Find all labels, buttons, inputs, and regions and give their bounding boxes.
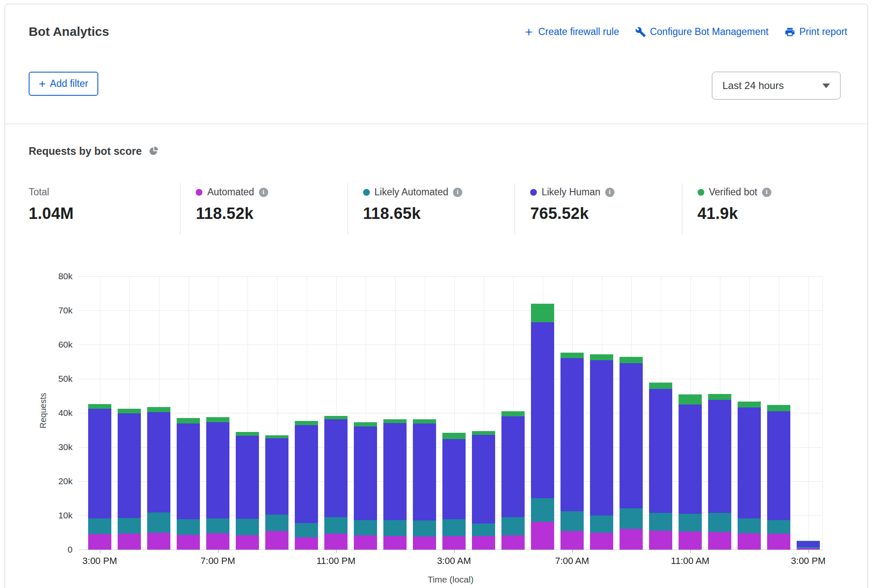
bar-11-00-am[interactable]: [679, 394, 702, 550]
segment-likely-human: [118, 413, 141, 518]
add-filter-button[interactable]: + Add filter: [29, 72, 98, 96]
segment-likely-automated: [177, 519, 200, 535]
bar-6-00-am[interactable]: [531, 304, 554, 550]
time-range-select[interactable]: Last 24 hours: [712, 72, 841, 100]
action-link-print-report[interactable]: Print report: [784, 26, 847, 38]
stat-value: 765.52k: [530, 205, 682, 223]
bar-6-00-pm[interactable]: [177, 418, 200, 550]
action-link-configure-bot-management[interactable]: Configure Bot Management: [635, 26, 768, 38]
bar-5-00-pm[interactable]: [147, 407, 170, 550]
stat-value: 118.52k: [196, 205, 347, 223]
segment-automated: [679, 531, 702, 550]
segment-verified-bot: [206, 417, 229, 422]
stat-label-row: Automatedi: [196, 186, 347, 198]
bar-7-00-am[interactable]: [560, 353, 584, 550]
segment-likely-automated: [354, 520, 377, 535]
bar-10-00-am[interactable]: [649, 383, 672, 550]
segment-automated: [767, 534, 790, 550]
segment-likely-human: [560, 358, 584, 511]
legend-dot: [363, 189, 370, 196]
y-tick-label: 0: [22, 545, 73, 555]
bar-1-00-pm[interactable]: [738, 402, 761, 550]
bar-8-00-am[interactable]: [590, 354, 613, 550]
header-divider: [5, 124, 868, 124]
segment-automated: [206, 533, 229, 550]
segment-likely-human: [531, 322, 554, 498]
bar-4-00-pm[interactable]: [118, 409, 141, 550]
segment-verified-bot: [767, 405, 790, 411]
segment-likely-human: [354, 426, 377, 520]
segment-likely-automated: [620, 508, 643, 529]
bar-12-00-pm[interactable]: [708, 394, 731, 550]
segment-automated: [472, 536, 495, 550]
bar-11-00-pm[interactable]: [324, 416, 348, 550]
segment-likely-automated: [236, 519, 259, 535]
segment-verified-bot: [324, 416, 348, 420]
segment-automated: [590, 533, 613, 550]
plus-icon: [523, 27, 534, 38]
bar-12-00-am[interactable]: [354, 422, 377, 550]
page-title: Bot Analytics: [29, 24, 109, 39]
bar-2-00-pm[interactable]: [767, 405, 790, 550]
y-tick-label: 60k: [22, 340, 73, 350]
segment-verified-bot: [501, 411, 525, 416]
bar-9-00-pm[interactable]: [265, 435, 288, 550]
bar-2-00-am[interactable]: [413, 419, 436, 550]
info-icon[interactable]: i: [259, 188, 268, 197]
segment-verified-bot: [531, 304, 554, 323]
h-gridline: [78, 345, 823, 345]
action-label: Print report: [799, 26, 847, 38]
x-tick: [336, 550, 337, 553]
bar-10-00-pm[interactable]: [295, 421, 318, 550]
info-icon[interactable]: i: [762, 188, 771, 197]
segment-automated: [147, 533, 170, 550]
bar-3-00-pm[interactable]: [88, 404, 111, 550]
action-link-create-firewall-rule[interactable]: Create firewall rule: [523, 26, 619, 38]
segment-verified-bot: [383, 419, 407, 423]
segment-verified-bot: [236, 432, 259, 436]
segment-automated: [708, 532, 731, 550]
stat-label: Automated: [207, 186, 254, 198]
action-label: Create firewall rule: [538, 26, 619, 38]
x-tick: [454, 550, 455, 553]
segment-verified-bot: [738, 402, 761, 407]
segment-verified-bot: [472, 431, 495, 435]
segment-verified-bot: [177, 418, 200, 423]
x-tick-label: 3:00 PM: [791, 556, 826, 566]
segment-verified-bot: [354, 422, 377, 427]
y-tick-label: 10k: [22, 510, 73, 521]
bar-4-00-am[interactable]: [472, 431, 495, 550]
segment-likely-automated: [472, 523, 495, 536]
x-tick: [690, 550, 691, 553]
info-icon[interactable]: i: [605, 188, 614, 197]
bar-3-00-am[interactable]: [442, 433, 466, 550]
stat-likely-human: Likely Humani765.52k: [515, 183, 682, 235]
segment-likely-human: [472, 435, 495, 523]
bar-1-00-am[interactable]: [383, 419, 407, 550]
stat-label: Likely Human: [542, 186, 600, 198]
segment-likely-human: [236, 436, 259, 519]
bar-8-00-pm[interactable]: [236, 432, 259, 550]
info-icon[interactable]: i: [453, 188, 462, 197]
bar-9-00-am[interactable]: [620, 357, 643, 550]
x-tick: [218, 550, 218, 553]
stat-likely-automated: Likely Automatedi118.65k: [348, 183, 515, 235]
segment-likely-automated: [738, 518, 761, 533]
segment-likely-human: [708, 400, 731, 513]
segment-likely-automated: [265, 515, 288, 531]
bar-5-00-am[interactable]: [501, 411, 525, 550]
stats-row: Total1.04MAutomatedi118.52kLikely Automa…: [29, 183, 849, 235]
bar-3-00-pm[interactable]: [797, 541, 820, 550]
bar-7-00-pm[interactable]: [206, 417, 229, 550]
legend-dot: [196, 189, 202, 196]
segment-automated: [413, 537, 436, 550]
segment-likely-human: [206, 422, 229, 518]
segment-likely-human: [147, 412, 170, 512]
stat-label: Total: [29, 186, 49, 198]
segment-verified-bot: [620, 357, 643, 363]
segment-automated: [236, 535, 259, 550]
segment-likely-human: [649, 389, 672, 512]
y-tick-label: 50k: [22, 374, 73, 384]
segment-likely-human: [295, 425, 318, 523]
x-tick-label: 3:00 PM: [83, 556, 117, 566]
